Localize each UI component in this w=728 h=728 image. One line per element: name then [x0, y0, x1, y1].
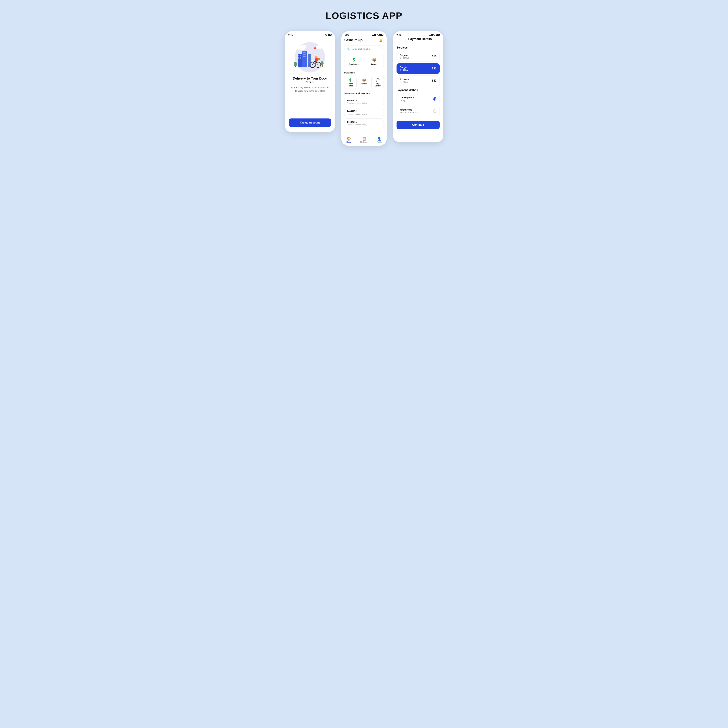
profile-label: Profile — [376, 141, 382, 143]
features-title: Features — [344, 71, 384, 74]
svg-rect-30 — [318, 58, 320, 60]
nav-profile[interactable]: 👤 Profile — [372, 137, 387, 143]
status-bar-2: 9:41 ▾▴ — [341, 31, 387, 37]
service-regular-days: 2 - 3 Days — [400, 57, 409, 59]
parcel-item-2[interactable]: T4444271 Processed at sort facility — [344, 118, 384, 128]
service-express[interactable]: Express 1 - 2 Days $42 — [396, 75, 440, 86]
payment-page-title: Payment Details — [401, 37, 440, 41]
service-direct[interactable]: 📦 Direct — [365, 55, 384, 68]
parcel-status-2: Processed at sort facility — [347, 124, 381, 126]
parcel-id-1: T4444272 — [347, 110, 381, 112]
signal-icon-2 — [372, 34, 376, 36]
upi-radio[interactable] — [433, 97, 436, 101]
status-icons-1: ▾▴ — [321, 34, 332, 36]
svg-rect-15 — [304, 52, 306, 54]
service-express-days: 1 - 2 Days — [400, 81, 409, 83]
payment-content: ‹ Payment Details Services Regular 2 - 3… — [393, 37, 444, 142]
bottom-nav: 🏠 Home 📋 My Order 👤 Profile — [341, 135, 387, 146]
phone-onboarding: 9:41 ▾▴ — [284, 31, 335, 132]
create-account-button[interactable]: Create Account — [289, 118, 331, 127]
feature-help-center[interactable]: 💬 Help Center — [372, 76, 384, 89]
service-express-price: $42 — [432, 79, 436, 82]
mastercard-radio[interactable] — [433, 109, 436, 113]
check-rates-icon: 💲 — [349, 78, 352, 82]
dashboard-content: Send It Up 🔔 🔍 ⊡ 💲 Business 📦 Direct Fea… — [341, 37, 387, 133]
svg-point-28 — [315, 56, 318, 58]
search-bar[interactable]: 🔍 ⊡ — [344, 46, 384, 52]
svg-rect-10 — [300, 57, 301, 58]
feature-check-rates[interactable]: 💲 Check Rates — [344, 76, 356, 89]
signal-icon-3 — [429, 34, 433, 36]
nav-home[interactable]: 🏠 Home — [341, 137, 356, 143]
payment-upi[interactable]: Upi Payment G-pay — [396, 94, 440, 104]
payment-mastercard-info: Mastercard 6895 3526 8456 **** — [400, 109, 418, 114]
status-icons-3: ▾▴ — [429, 34, 440, 36]
service-express-name: Express — [400, 78, 409, 81]
my-order-label: My Order — [360, 141, 368, 143]
payment-upi-info: Upi Payment G-pay — [400, 96, 414, 102]
svg-rect-20 — [308, 54, 311, 67]
service-business-label: Business — [349, 63, 359, 66]
time-1: 9:41 — [288, 34, 293, 36]
service-cargo-name: Cargo — [400, 66, 409, 69]
svg-point-36 — [321, 61, 324, 65]
help-label: Help Center — [373, 83, 382, 87]
order-label: Order — [361, 83, 367, 85]
upi-sub: G-pay — [400, 99, 414, 102]
feature-order[interactable]: 📦 Order — [358, 76, 370, 89]
direct-icon: 📦 — [372, 58, 377, 62]
scan-icon[interactable]: ⊡ — [382, 47, 384, 50]
service-direct-label: Direct — [371, 63, 378, 66]
svg-point-3 — [297, 46, 302, 49]
business-icon: 💲 — [352, 58, 356, 62]
svg-rect-7 — [298, 55, 299, 56]
service-express-info: Express 1 - 2 Days — [400, 78, 409, 83]
continue-button[interactable]: Continue — [396, 121, 440, 129]
svg-rect-19 — [304, 56, 306, 57]
signal-icon — [321, 34, 324, 36]
svg-rect-12 — [300, 58, 301, 59]
battery-icon — [328, 34, 332, 36]
time-3: 9:41 — [396, 34, 401, 36]
parcel-list: T4444273 Processed at sort facility T444… — [344, 97, 384, 128]
notification-button[interactable]: 🔔 — [378, 37, 384, 43]
parcel-status-1: Processed at sort facility — [347, 113, 381, 115]
hero-section: 📍 — [284, 37, 335, 118]
app-title: Send It Up — [344, 38, 362, 42]
parcel-id-2: T4444271 — [347, 121, 381, 123]
parcel-item-1[interactable]: T4444272 Processed at sort facility — [344, 108, 384, 117]
nav-my-order[interactable]: 📋 My Order — [356, 137, 372, 143]
payment-method-title: Payment Method — [396, 89, 440, 92]
svg-rect-8 — [300, 55, 301, 56]
hero-title: Delivery to Your Door Step — [291, 76, 329, 84]
upi-name: Upi Payment — [400, 96, 414, 99]
track-input[interactable] — [352, 48, 380, 50]
svg-rect-29 — [315, 58, 318, 61]
back-button[interactable]: ‹ — [396, 37, 398, 41]
payment-mastercard[interactable]: Mastercard 6895 3526 8456 **** — [396, 106, 440, 116]
my-order-icon: 📋 — [362, 137, 366, 141]
profile-icon: 👤 — [377, 137, 381, 141]
service-cargo-days: 3 - 6 Days — [400, 69, 409, 71]
service-cargo[interactable]: Cargo 3 - 6 Days $31 — [396, 63, 440, 74]
svg-point-34 — [294, 62, 297, 66]
battery-icon-2 — [379, 34, 383, 36]
phones-row: 9:41 ▾▴ — [284, 31, 444, 146]
features-grid: 💲 Check Rates 📦 Order 💬 Help Center — [344, 76, 384, 89]
hero-desc: Our delivery will ensure your items are … — [291, 86, 329, 93]
battery-icon-3 — [436, 34, 440, 36]
phone-payment: 9:41 ▾▴ ‹ Payment Details Services Regul… — [393, 31, 444, 142]
home-icon: 🏠 — [347, 137, 351, 141]
svg-rect-13 — [302, 51, 307, 67]
page-title: LOGISTICS APP — [326, 10, 402, 21]
service-business[interactable]: 💲 Business — [344, 55, 363, 68]
service-regular[interactable]: Regular 2 - 3 Days $15 — [396, 51, 440, 62]
mastercard-sub: 6895 3526 8456 **** — [400, 112, 418, 114]
parcels-title: Services and Product — [344, 92, 384, 95]
status-icons-2: ▾▴ — [372, 34, 383, 36]
help-icon: 💬 — [376, 78, 379, 82]
svg-rect-9 — [298, 57, 299, 58]
parcel-status-0: Processed at sort facility — [347, 102, 381, 104]
svg-rect-17 — [304, 54, 306, 55]
parcel-item-0[interactable]: T4444273 Processed at sort facility — [344, 97, 384, 106]
